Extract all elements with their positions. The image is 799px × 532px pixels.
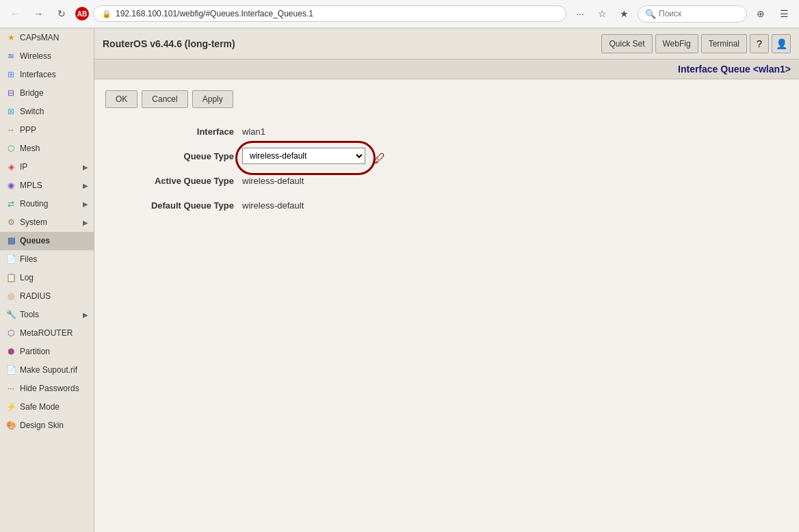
default-queue-type-label: Default Queue Type	[105, 200, 242, 211]
sidebar-item-ip[interactable]: ◈ IP ▶	[0, 158, 94, 176]
sidebar-item-label: System	[20, 217, 47, 227]
safe-mode-icon: ⚡	[5, 401, 16, 412]
help-button[interactable]: ?	[750, 34, 769, 53]
adblock-icon: AB	[75, 7, 89, 21]
sidebar-item-switch[interactable]: ⊠ Switch	[0, 103, 94, 121]
sidebar-item-label: CAPsMAN	[20, 33, 59, 42]
sidebar-item-tools[interactable]: 🔧 Tools ▶	[0, 306, 94, 324]
form-buttons: OK Cancel Apply	[105, 90, 788, 108]
sidebar-item-label: Hide Passwords	[20, 384, 79, 393]
app-container: ★ CAPsMAN ≋ Wireless ⊞ Interfaces ⊟ Brid…	[0, 29, 799, 532]
terminal-button[interactable]: Terminal	[701, 34, 747, 53]
default-queue-type-row: Default Queue Type wireless-default	[105, 196, 788, 215]
queue-type-row: Queue Type wireless-default 🖊	[105, 146, 788, 165]
routeros-header: RouterOS v6.44.6 (long-term) Quick Set W…	[94, 29, 799, 59]
sidebar-item-system[interactable]: ⚙ System ▶	[0, 213, 94, 232]
interfaces-icon: ⊞	[5, 69, 16, 80]
menu-button[interactable]: ☰	[774, 4, 794, 23]
back-button[interactable]: ←	[5, 4, 25, 23]
user-button[interactable]: 👤	[772, 34, 791, 53]
sidebar-item-label: Queues	[20, 236, 50, 245]
sidebar-item-capsman[interactable]: ★ CAPsMAN	[0, 29, 94, 47]
active-queue-type-row: Active Queue Type wireless-default	[105, 171, 788, 190]
sidebar-item-label: PPP	[20, 125, 36, 135]
sidebar-item-label: Make Supout.rif	[20, 365, 77, 375]
radius-icon: ◎	[5, 291, 16, 302]
apply-button[interactable]: Apply	[192, 90, 233, 108]
sidebar-item-safe-mode[interactable]: ⚡ Safe Mode	[0, 398, 94, 416]
bridge-icon: ⊟	[5, 88, 16, 98]
design-skin-icon: 🎨	[5, 420, 16, 431]
sidebar-item-files[interactable]: 📄 Files	[0, 250, 94, 269]
content-area: RouterOS v6.44.6 (long-term) Quick Set W…	[94, 29, 799, 532]
queue-type-value: wireless-default 🖊	[242, 148, 365, 164]
sidebar-item-label: Wireless	[20, 51, 51, 61]
sidebar-item-bridge[interactable]: ⊟ Bridge	[0, 84, 94, 103]
capsman-icon: ★	[5, 32, 16, 43]
sidebar-item-hide-passwords[interactable]: ··· Hide Passwords	[0, 380, 94, 398]
sidebar-item-mesh[interactable]: ⬡ Mesh	[0, 139, 94, 158]
sidebar-item-label: Files	[20, 254, 37, 264]
page-title: Interface Queue <wlan1>	[678, 64, 791, 75]
makesu-icon: 📄	[5, 364, 16, 375]
pocket-button[interactable]: ☆	[592, 4, 612, 23]
sidebar-item-label: MPLS	[20, 181, 42, 190]
sidebar-item-mpls[interactable]: ◉ MPLS ▶	[0, 176, 94, 195]
forward-button[interactable]: →	[29, 4, 48, 23]
sidebar-item-label: Partition	[20, 347, 50, 356]
sidebar-item-queues[interactable]: ▤ Queues	[0, 232, 94, 250]
chevron-right-icon: ▶	[83, 163, 88, 171]
sidebar-item-partition[interactable]: ⬢ Partition	[0, 343, 94, 361]
queue-type-select[interactable]: wireless-default	[242, 148, 365, 164]
address-bar[interactable]: 🔒 192.168.100.101/webfig/#Queues.Interfa…	[93, 5, 566, 22]
page-header: Interface Queue <wlan1>	[94, 59, 799, 79]
annotation-person-icon: 🖊	[372, 151, 386, 167]
ip-icon: ◈	[5, 161, 16, 172]
sidebar-item-label: Routing	[20, 199, 48, 209]
ok-button[interactable]: OK	[105, 90, 137, 108]
interface-row: Interface wlan1	[105, 122, 788, 141]
queue-type-label: Queue Type	[105, 151, 242, 161]
quick-set-button[interactable]: Quick Set	[601, 34, 652, 53]
sidebar: ★ CAPsMAN ≋ Wireless ⊞ Interfaces ⊟ Brid…	[0, 29, 94, 532]
sidebar-item-log[interactable]: 📋 Log	[0, 269, 94, 287]
sidebar-item-makesu[interactable]: 📄 Make Supout.rif	[0, 361, 94, 380]
search-input[interactable]	[659, 9, 739, 18]
sidebar-item-design-skin[interactable]: 🎨 Design Skin	[0, 416, 94, 435]
cancel-button[interactable]: Cancel	[142, 90, 187, 108]
form-area: OK Cancel Apply Interface wlan1 Queue Ty…	[94, 79, 799, 532]
mesh-icon: ⬡	[5, 143, 16, 154]
url-text: 192.168.100.101/webfig/#Queues.Interface…	[116, 9, 558, 18]
mpls-icon: ◉	[5, 180, 16, 191]
metarouter-icon: ⬡	[5, 328, 16, 338]
wireless-icon: ≋	[5, 51, 16, 62]
sidebar-item-interfaces[interactable]: ⊞ Interfaces	[0, 66, 94, 84]
chevron-right-icon: ▶	[83, 200, 88, 208]
tools-icon: 🔧	[5, 309, 16, 320]
hide-passwords-icon: ···	[5, 383, 16, 394]
extensions-button[interactable]: ⊕	[751, 4, 770, 23]
reload-button[interactable]: ↻	[52, 4, 71, 23]
sidebar-item-label: Log	[20, 273, 34, 282]
routing-icon: ⇄	[5, 198, 16, 209]
sidebar-item-label: Tools	[20, 310, 39, 319]
sidebar-item-wireless[interactable]: ≋ Wireless	[0, 47, 94, 66]
sidebar-item-label: Switch	[20, 107, 44, 116]
search-box[interactable]: 🔍	[638, 5, 747, 23]
webfig-button[interactable]: WebFig	[655, 34, 698, 53]
sidebar-item-radius[interactable]: ◎ RADIUS	[0, 287, 94, 306]
sidebar-item-metarouter[interactable]: ⬡ MetaROUTER	[0, 324, 94, 343]
lock-icon: 🔒	[102, 10, 112, 18]
sidebar-item-label: Safe Mode	[20, 402, 60, 412]
more-options-button[interactable]: ···	[571, 4, 590, 23]
sidebar-item-routing[interactable]: ⇄ Routing ▶	[0, 195, 94, 213]
header-buttons: Quick Set WebFig Terminal ? 👤	[601, 34, 791, 53]
bookmark-button[interactable]: ★	[614, 4, 633, 23]
sidebar-item-label: MetaROUTER	[20, 328, 73, 338]
sidebar-item-label: Interfaces	[20, 70, 56, 79]
partition-icon: ⬢	[5, 346, 16, 357]
active-queue-type-value: wireless-default	[242, 176, 304, 186]
sidebar-item-ppp[interactable]: ↔ PPP	[0, 121, 94, 139]
files-icon: 📄	[5, 254, 16, 265]
sidebar-item-label: Design Skin	[20, 421, 64, 430]
